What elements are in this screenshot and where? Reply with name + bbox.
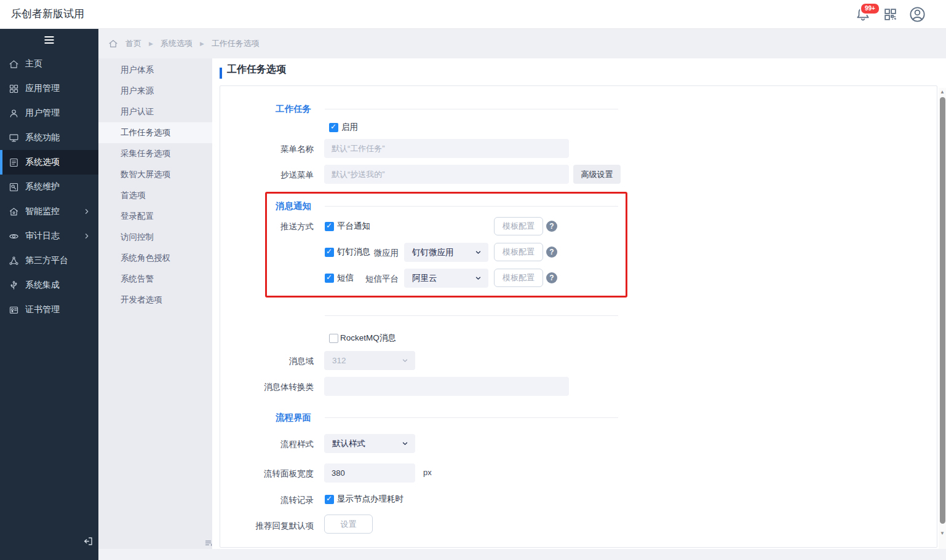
sidebar-item-label: 智能监控 bbox=[25, 206, 60, 217]
sidebar-item-home[interactable]: 主页 bbox=[0, 52, 98, 76]
rocketmq-checkbox[interactable] bbox=[329, 334, 338, 343]
message-converter-label: 消息体转换类 bbox=[246, 382, 314, 393]
collapse-sidebar-button[interactable] bbox=[82, 535, 94, 547]
flow-style-value: 默认样式 bbox=[332, 438, 365, 449]
sms-platform-select-value: 阿里云 bbox=[412, 273, 437, 284]
breadcrumb-separator-icon bbox=[149, 41, 153, 47]
breadcrumb-separator-icon bbox=[200, 41, 204, 47]
breadcrumb-item-system-options[interactable]: 系统选项 bbox=[161, 38, 193, 49]
subnav-item-user-system[interactable]: 用户体系 bbox=[98, 60, 212, 81]
recommend-reply-label: 推荐回复默认项 bbox=[234, 521, 314, 532]
subnav-item-login-config[interactable]: 登录配置 bbox=[98, 206, 212, 227]
cc-menu-label: 抄送菜单 bbox=[246, 170, 314, 181]
app-title: 乐创者新版试用 bbox=[11, 0, 84, 28]
message-converter-input[interactable] bbox=[324, 377, 569, 396]
show-node-time-checkbox[interactable] bbox=[325, 495, 334, 504]
subnav-item-developer-options[interactable]: 开发者选项 bbox=[98, 290, 212, 310]
sidebar-item-label: 系统维护 bbox=[25, 181, 60, 192]
section-title-work-task: 工作任务 bbox=[276, 103, 311, 115]
maintenance-tool-icon bbox=[9, 182, 19, 192]
platform-notify-row: 平台通知 bbox=[325, 221, 370, 232]
miniapp-select[interactable]: 钉钉微应用 bbox=[404, 243, 488, 262]
breadcrumb-item-home[interactable]: 首页 bbox=[125, 38, 141, 49]
advanced-settings-button[interactable]: 高级设置 bbox=[573, 165, 621, 184]
push-method-label: 推送方式 bbox=[246, 221, 314, 232]
sidebar-item-third-party-platform[interactable]: 第三方平台 bbox=[0, 248, 98, 273]
rocketmq-row: RocketMQ消息 bbox=[329, 333, 396, 344]
user-avatar-icon[interactable] bbox=[908, 6, 926, 23]
flow-style-label: 流程样式 bbox=[246, 439, 314, 450]
sidebar-item-user-management[interactable]: 用户管理 bbox=[0, 101, 98, 125]
subnav-item-preferences[interactable]: 首选项 bbox=[98, 185, 212, 206]
flow-record-row: 显示节点办理耗时 bbox=[325, 494, 403, 505]
subnav-item-access-control[interactable]: 访问控制 bbox=[98, 227, 212, 248]
sidebar-item-label: 应用管理 bbox=[25, 83, 60, 94]
sms-help-icon[interactable]: ? bbox=[546, 272, 557, 283]
subnav-item-role-authorization[interactable]: 系统角色授权 bbox=[98, 248, 212, 269]
miniapp-select-value: 钉钉微应用 bbox=[412, 247, 454, 258]
subnav-item-system-alerts[interactable]: 系统告警 bbox=[98, 269, 212, 290]
app-window: 乐创者新版试用 99+ 主页 应用管理 用户管理 系统功能 bbox=[0, 0, 946, 560]
monitoring-house-icon bbox=[9, 207, 19, 217]
flow-record-label: 流转记录 bbox=[246, 495, 314, 506]
document-list-icon bbox=[9, 157, 19, 168]
home-icon bbox=[9, 59, 19, 69]
sms-template-config-button[interactable]: 模板配置 bbox=[494, 269, 543, 287]
sidebar-item-label: 系统功能 bbox=[25, 132, 60, 143]
sidebar-item-label: 主页 bbox=[25, 58, 42, 69]
breadcrumb-home-icon[interactable] bbox=[108, 39, 118, 49]
section-divider bbox=[325, 417, 618, 418]
section-title-message-notify: 消息通知 bbox=[276, 200, 311, 212]
sidebar-item-intelligent-monitoring[interactable]: 智能监控 bbox=[0, 199, 98, 224]
sidebar-item-audit-log[interactable]: 审计日志 bbox=[0, 224, 98, 248]
monitor-icon bbox=[9, 133, 19, 143]
cc-menu-input[interactable] bbox=[324, 165, 569, 184]
chevron-right-icon bbox=[82, 207, 91, 216]
enable-checkbox[interactable] bbox=[329, 123, 338, 132]
sidebar-item-app-management[interactable]: 应用管理 bbox=[0, 76, 98, 101]
message-domain-value: 312 bbox=[332, 356, 346, 365]
subnav-item-work-task-options[interactable]: 工作任务选项 bbox=[98, 122, 212, 143]
miniapp-label: 微应用 bbox=[331, 248, 399, 259]
sidebar-item-system-integration[interactable]: 系统集成 bbox=[0, 273, 98, 298]
sidebar-item-system-options[interactable]: 系统选项 bbox=[0, 150, 98, 175]
menu-name-input[interactable] bbox=[324, 139, 569, 158]
panel-width-input[interactable] bbox=[324, 463, 415, 483]
platform-help-icon[interactable]: ? bbox=[546, 221, 557, 232]
apps-grid-icon bbox=[9, 84, 19, 94]
platform-template-config-button[interactable]: 模板配置 bbox=[494, 217, 543, 235]
dingtalk-template-config-button[interactable]: 模板配置 bbox=[494, 243, 543, 261]
subnav-item-collect-task-options[interactable]: 采集任务选项 bbox=[98, 143, 212, 164]
rocketmq-label: RocketMQ消息 bbox=[340, 333, 396, 344]
menu-name-label: 菜单名称 bbox=[246, 144, 314, 155]
enable-row: 启用 bbox=[329, 122, 358, 133]
subnav-item-bigscreen-options[interactable]: 数智大屏选项 bbox=[98, 164, 212, 185]
platform-notify-label: 平台通知 bbox=[337, 221, 370, 232]
horizontal-scrollbar-track[interactable] bbox=[98, 549, 946, 560]
usb-branch-icon bbox=[9, 280, 19, 291]
recommend-reply-settings-button[interactable]: 设置 bbox=[324, 515, 373, 534]
section-divider bbox=[325, 109, 618, 109]
sms-platform-select[interactable]: 阿里云 bbox=[404, 269, 488, 288]
qr-code-icon[interactable] bbox=[883, 7, 898, 22]
exit-arrow-icon bbox=[82, 535, 94, 547]
subnav-item-user-auth[interactable]: 用户认证 bbox=[98, 101, 212, 122]
subnav-item-user-source[interactable]: 用户来源 bbox=[98, 81, 212, 101]
certificate-card-icon bbox=[9, 305, 19, 315]
platform-notify-checkbox[interactable] bbox=[325, 222, 334, 231]
sidebar-item-system-maintenance[interactable]: 系统维护 bbox=[0, 175, 98, 199]
user-icon bbox=[9, 108, 19, 119]
scroll-down-arrow[interactable] bbox=[939, 529, 946, 538]
dingtalk-help-icon[interactable]: ? bbox=[546, 246, 557, 258]
flow-style-select[interactable]: 默认样式 bbox=[324, 434, 415, 453]
sidebar-item-system-functions[interactable]: 系统功能 bbox=[0, 125, 98, 150]
menu-toggle-button[interactable] bbox=[0, 29, 98, 50]
message-domain-label: 消息域 bbox=[246, 356, 314, 367]
scroll-up-arrow[interactable] bbox=[939, 88, 946, 97]
sidebar-item-certificate-management[interactable]: 证书管理 bbox=[0, 298, 98, 322]
chevron-down-icon bbox=[474, 248, 482, 256]
breadcrumb: 首页 系统选项 工作任务选项 bbox=[98, 29, 946, 58]
breadcrumb-item-current: 工作任务选项 bbox=[212, 38, 260, 49]
scrollbar-thumb[interactable] bbox=[940, 97, 945, 524]
share-nodes-icon bbox=[9, 256, 19, 266]
